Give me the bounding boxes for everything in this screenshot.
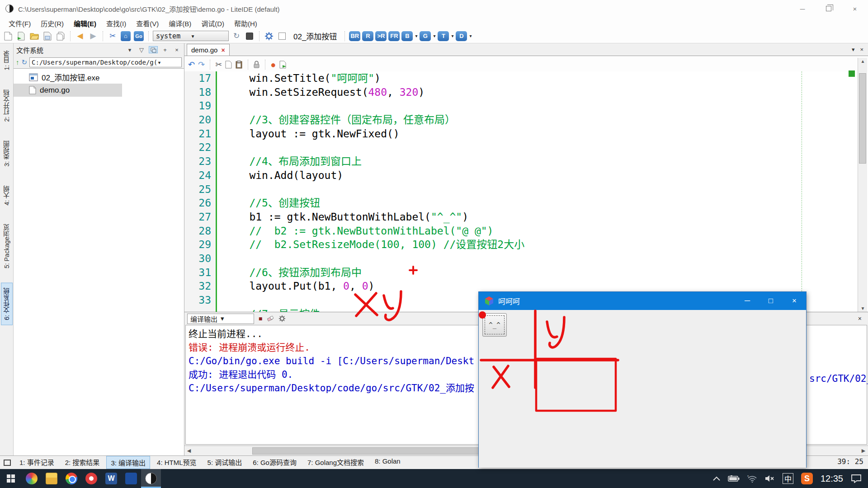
- back-button[interactable]: ◀: [75, 31, 85, 42]
- bottom-tab[interactable]: 8: Golan: [371, 456, 405, 469]
- split-move-button[interactable]: +: [160, 47, 170, 53]
- file-row[interactable]: 02_添加按钮.exe: [14, 70, 122, 84]
- reload-env-button[interactable]: ↻: [231, 31, 242, 42]
- build-badge-BR[interactable]: BR: [349, 31, 360, 41]
- bottom-tab[interactable]: 6: Go源码查询: [249, 456, 301, 469]
- battery-icon[interactable]: [728, 475, 740, 482]
- copy-button[interactable]: [225, 61, 232, 69]
- record-icon[interactable]: ●: [270, 60, 276, 70]
- chevron-down-icon[interactable]: ▾: [451, 33, 453, 38]
- menu-item[interactable]: 查找(I): [101, 18, 131, 29]
- menu-item[interactable]: 编辑(E): [69, 18, 101, 29]
- open-file-button[interactable]: [16, 31, 27, 42]
- paste-button[interactable]: [236, 61, 243, 69]
- lock-icon[interactable]: [253, 61, 260, 69]
- path-combobox[interactable]: C:/Users/superman/Desktop/code/g(▾: [29, 57, 182, 67]
- taskbar-app-docs[interactable]: [121, 469, 141, 488]
- gtk-minimize-button[interactable]: ─: [736, 292, 759, 310]
- file-row[interactable]: demo.go: [14, 84, 122, 97]
- filter-button[interactable]: ▽: [137, 47, 146, 53]
- bottom-tab[interactable]: 5: 调试输出: [203, 456, 246, 469]
- up-dir-button[interactable]: ↑: [16, 58, 19, 66]
- redo-button[interactable]: ↷: [198, 60, 205, 70]
- env-select[interactable]: system▾: [153, 31, 229, 41]
- chevron-down-icon[interactable]: ▾: [415, 33, 417, 38]
- gtk-titlebar[interactable]: 呵呵呵 ─ □ ×: [479, 292, 806, 310]
- wifi-disconnected-icon[interactable]: *: [747, 475, 757, 483]
- bottom-tab[interactable]: 7: Golang文档搜索: [303, 456, 368, 469]
- panel-close-button[interactable]: ×: [172, 47, 181, 53]
- build-config-button[interactable]: ✂: [107, 31, 118, 42]
- sogou-input-icon[interactable]: S: [801, 473, 813, 484]
- chevron-up-icon[interactable]: [713, 476, 720, 481]
- chevron-down-icon[interactable]: ▾: [433, 33, 435, 38]
- sidebar-tab[interactable]: 1: 目录: [1, 46, 12, 75]
- taskbar-app-word[interactable]: W: [101, 469, 121, 488]
- output-close-button[interactable]: ×: [858, 315, 865, 322]
- notification-center-icon[interactable]: [851, 474, 862, 483]
- minimize-button[interactable]: ─: [789, 0, 816, 17]
- tab-list-button[interactable]: ▾: [852, 46, 855, 53]
- close-button[interactable]: ×: [842, 0, 868, 17]
- menu-item[interactable]: 文件(F): [4, 18, 36, 29]
- taskbar-app-chrome[interactable]: [61, 469, 81, 488]
- chevron-down-icon[interactable]: ▾: [469, 33, 472, 38]
- editor-vertical-scrollbar[interactable]: ▲ ▼: [858, 58, 867, 312]
- build-settings-button[interactable]: [264, 31, 274, 42]
- undo-button[interactable]: ↶: [188, 60, 195, 70]
- cut-button[interactable]: ✂: [215, 60, 222, 70]
- output-settings-button[interactable]: [278, 315, 286, 322]
- scroll-right-icon[interactable]: ▶: [859, 448, 868, 454]
- open-folder-button[interactable]: [29, 31, 40, 42]
- bottom-tab[interactable]: 1: 事件记录: [15, 456, 58, 469]
- scroll-up-icon[interactable]: ▲: [858, 59, 868, 64]
- build-badge-FR[interactable]: FR: [388, 31, 400, 41]
- panel-menu-button[interactable]: ▾: [125, 47, 134, 53]
- sidebar-tab[interactable]: 6: 文件系统: [1, 283, 13, 325]
- menu-item[interactable]: 历史(R): [36, 18, 69, 29]
- taskbar-app-pinwheel[interactable]: [22, 469, 42, 488]
- tab-demo-go[interactable]: demo.go ×: [187, 44, 230, 56]
- build-badge-G[interactable]: G: [420, 31, 431, 41]
- save-button[interactable]: [42, 31, 53, 42]
- bottom-tab[interactable]: 2: 搜索结果: [61, 456, 104, 469]
- new-file-button[interactable]: [3, 31, 14, 42]
- taskbar-clock[interactable]: 12:35: [821, 474, 843, 484]
- sidebar-tab[interactable]: 5: Package浏览: [1, 220, 12, 273]
- build-badge-D[interactable]: D: [456, 31, 467, 41]
- gtk-maximize-button[interactable]: □: [759, 292, 783, 310]
- scroll-down-icon[interactable]: ▼: [858, 306, 868, 311]
- gtk-app-window[interactable]: 呵呵呵 ─ □ × ^_^: [478, 291, 807, 468]
- gtk-close-button[interactable]: ×: [783, 292, 806, 310]
- editor-close-button[interactable]: ×: [860, 46, 863, 53]
- sidebar-tab[interactable]: 3: 类视图: [1, 136, 12, 171]
- gtk-smiley-button[interactable]: ^_^: [482, 313, 507, 337]
- start-button[interactable]: [0, 469, 22, 488]
- volume-muted-icon[interactable]: [765, 475, 775, 482]
- stop-action-button[interactable]: [244, 31, 255, 42]
- refresh-dir-button[interactable]: ↻: [22, 58, 28, 66]
- build-badge-T[interactable]: T: [438, 31, 449, 41]
- output-selector[interactable]: 编译输出▾: [187, 314, 254, 324]
- build-badge-R[interactable]: R: [362, 31, 373, 41]
- sidebar-tab[interactable]: 4: 大纲: [1, 181, 12, 210]
- bottom-tab[interactable]: 3: 编译输出: [106, 456, 150, 469]
- scrollbar-thumb[interactable]: [859, 73, 866, 164]
- forward-button[interactable]: ▶: [88, 31, 99, 42]
- tab-close-icon[interactable]: ×: [221, 47, 225, 54]
- home-button[interactable]: ⌂: [120, 31, 131, 42]
- go-playground-button[interactable]: Go: [133, 31, 144, 42]
- taskbar-app-explorer[interactable]: [42, 469, 61, 488]
- ime-indicator[interactable]: 中: [783, 473, 793, 484]
- bottom-tab[interactable]: 4: HTML预览: [153, 456, 201, 469]
- menu-item[interactable]: 调试(D): [196, 18, 229, 29]
- menu-item[interactable]: 查看(V): [131, 18, 164, 29]
- scroll-left-icon[interactable]: ◀: [184, 448, 193, 454]
- taskbar-app-liteide[interactable]: [141, 469, 161, 488]
- format-export-button[interactable]: [279, 61, 287, 69]
- build-badge-B[interactable]: B: [401, 31, 413, 41]
- maximize-button[interactable]: [816, 0, 842, 17]
- stop-process-button[interactable]: ■: [259, 315, 262, 322]
- menu-item[interactable]: 帮助(H): [229, 18, 262, 29]
- target-checkbox[interactable]: [277, 31, 288, 42]
